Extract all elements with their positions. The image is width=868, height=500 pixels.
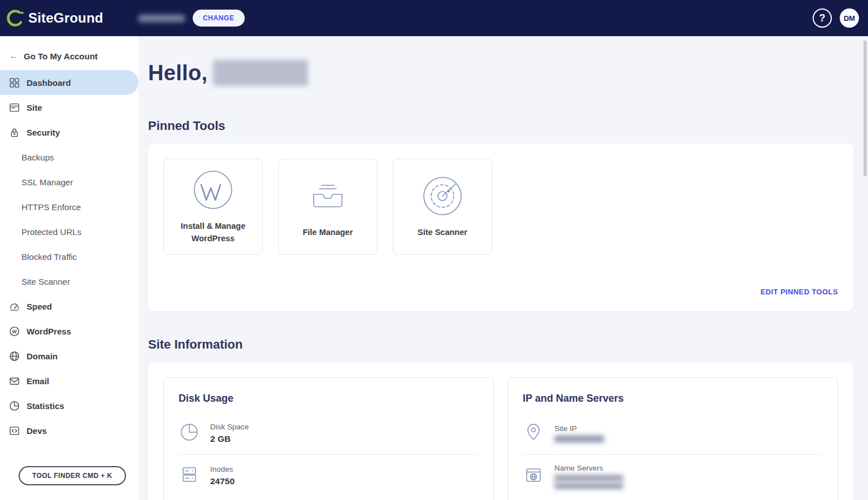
top-header: SiteGround CHANGE ? DM: [0, 0, 868, 36]
disk-space-info: Disk Space 2 GB: [210, 423, 249, 444]
inodes-label: Inodes: [210, 465, 235, 473]
site-ip-label: Site IP: [554, 424, 604, 433]
envelope-icon: [9, 376, 20, 386]
inodes-server-icon: [179, 464, 200, 488]
sidebar-item-label: Security: [27, 128, 60, 137]
sidebar-item-devs[interactable]: Devs: [0, 418, 138, 443]
tool-finder-wrap: TOOL FINDER CMD + K: [0, 466, 138, 500]
site-icon: [9, 102, 20, 113]
siteground-logo-icon: [6, 8, 25, 28]
site-ip-info: Site IP: [554, 424, 604, 442]
sidebar-item-label: SSL Manager: [21, 177, 73, 187]
sidebar-item-speed[interactable]: Speed: [0, 294, 138, 319]
sidebar-item-blocked-traffic[interactable]: Blocked Traffic: [0, 244, 138, 269]
map-pin-icon: [523, 421, 544, 445]
tool-card-site-scanner[interactable]: Site Scanner: [393, 159, 492, 255]
sidebar-item-domain[interactable]: Domain: [0, 344, 138, 368]
greeting-text: Hello,: [148, 61, 207, 85]
sidebar-item-dashboard[interactable]: Dashboard: [0, 70, 138, 95]
disk-space-row: Disk Space 2 GB: [179, 412, 479, 454]
code-icon: [9, 425, 20, 436]
site-information-card: Disk Usage Disk Space 2 GB Inodes 24750: [148, 362, 853, 500]
pie-chart-icon: [9, 401, 20, 411]
name-servers-label: Name Servers: [554, 464, 623, 472]
change-domain-button[interactable]: CHANGE: [193, 10, 245, 27]
file-manager-icon: [307, 175, 349, 219]
edit-pinned-tools-link[interactable]: EDIT PINNED TOOLS: [761, 288, 838, 296]
sidebar-item-ssl-manager[interactable]: SSL Manager: [0, 169, 138, 194]
sidebar-item-https-enforce[interactable]: HTTPS Enforce: [0, 194, 138, 219]
wordpress-icon: W: [9, 326, 20, 337]
disk-space-label: Disk Space: [210, 423, 249, 431]
help-icon[interactable]: ?: [813, 8, 832, 28]
sidebar-item-label: Devs: [27, 426, 47, 436]
tool-card-file-manager[interactable]: File Manager: [278, 159, 377, 255]
current-domain-area: CHANGE: [138, 10, 245, 27]
sidebar-item-label: Email: [27, 376, 49, 386]
sidebar-item-label: Blocked Traffic: [21, 252, 77, 262]
ip-name-servers-title: IP and Name Servers: [523, 393, 823, 405]
security-lock-icon: [9, 127, 20, 138]
sidebar-item-statistics[interactable]: Statistics: [0, 393, 138, 418]
name-server-2-redacted: [554, 483, 623, 489]
brand-name: SiteGround: [28, 10, 103, 26]
tool-card-install-wordpress[interactable]: Install & Manage WordPress: [163, 159, 263, 255]
inodes-row: Inodes 24750: [179, 454, 479, 497]
dashboard-icon: [9, 77, 20, 88]
sidebar-item-label: WordPress: [27, 327, 71, 336]
sidebar-item-label: Statistics: [27, 401, 64, 411]
disk-usage-box: Disk Usage Disk Space 2 GB Inodes 24750: [163, 377, 494, 500]
sidebar-item-backups[interactable]: Backups: [0, 145, 138, 169]
inodes-info: Inodes 24750: [210, 465, 235, 486]
go-to-my-account-label: Go To My Account: [24, 51, 98, 61]
sidebar-item-label: Speed: [27, 302, 52, 311]
disk-space-value: 2 GB: [210, 434, 249, 444]
disk-pie-icon: [179, 421, 200, 445]
pinned-tools-row: Install & Manage WordPress File Manager: [163, 159, 838, 255]
svg-text:W: W: [12, 328, 17, 334]
current-domain-redacted: [138, 15, 185, 22]
siteground-logo[interactable]: SiteGround: [0, 8, 138, 28]
tool-card-label: File Manager: [295, 226, 361, 238]
name-server-1-redacted: [554, 475, 623, 481]
user-name-redacted: [213, 60, 308, 86]
sidebar-item-label: Backups: [21, 153, 54, 162]
sidebar: ← Go To My Account Dashboard Site Securi…: [0, 36, 138, 500]
sidebar-item-site-scanner[interactable]: Site Scanner: [0, 269, 138, 294]
site-ip-row: Site IP: [523, 412, 823, 454]
name-servers-globe-icon: [523, 464, 544, 488]
sidebar-item-label: Site: [27, 103, 42, 112]
name-servers-info: Name Servers: [554, 464, 623, 489]
site-scanner-radar-icon: [422, 175, 463, 219]
greeting-row: Hello,: [148, 60, 853, 86]
sidebar-item-label: Site Scanner: [21, 277, 70, 286]
go-to-my-account-link[interactable]: ← Go To My Account: [0, 36, 138, 70]
vertical-scrollbar[interactable]: [863, 41, 867, 176]
main-content: Hello, Pinned Tools Install & Manage Wor…: [138, 36, 868, 500]
tool-card-label: Site Scanner: [410, 226, 475, 238]
globe-icon: [9, 351, 20, 362]
sidebar-item-site[interactable]: Site: [0, 95, 138, 120]
wordpress-logo-icon: [192, 169, 234, 213]
sidebar-item-label: Dashboard: [27, 78, 71, 88]
pinned-tools-title: Pinned Tools: [148, 119, 853, 133]
name-servers-row: Name Servers: [523, 454, 823, 498]
disk-usage-title: Disk Usage: [179, 393, 479, 405]
tool-card-label: Install & Manage WordPress: [164, 220, 262, 245]
sidebar-item-protected-urls[interactable]: Protected URLs: [0, 219, 138, 244]
site-ip-redacted: [554, 436, 604, 442]
sidebar-item-label: Protected URLs: [21, 227, 81, 237]
sidebar-item-wordpress[interactable]: W WordPress: [0, 319, 138, 344]
sidebar-item-security[interactable]: Security: [0, 120, 138, 145]
ip-name-servers-box: IP and Name Servers Site IP Name Servers: [507, 377, 838, 500]
sidebar-item-email[interactable]: Email: [0, 368, 138, 393]
back-arrow-icon: ←: [9, 51, 18, 61]
avatar[interactable]: DM: [840, 8, 859, 28]
speed-gauge-icon: [9, 301, 20, 312]
sidebar-item-label: HTTPS Enforce: [21, 202, 81, 212]
sidebar-item-label: Domain: [27, 351, 58, 361]
tool-finder-button[interactable]: TOOL FINDER CMD + K: [19, 466, 126, 485]
inodes-value: 24750: [210, 476, 235, 486]
pinned-tools-card: Install & Manage WordPress File Manager: [148, 144, 853, 311]
site-information-title: Site Information: [148, 337, 853, 352]
